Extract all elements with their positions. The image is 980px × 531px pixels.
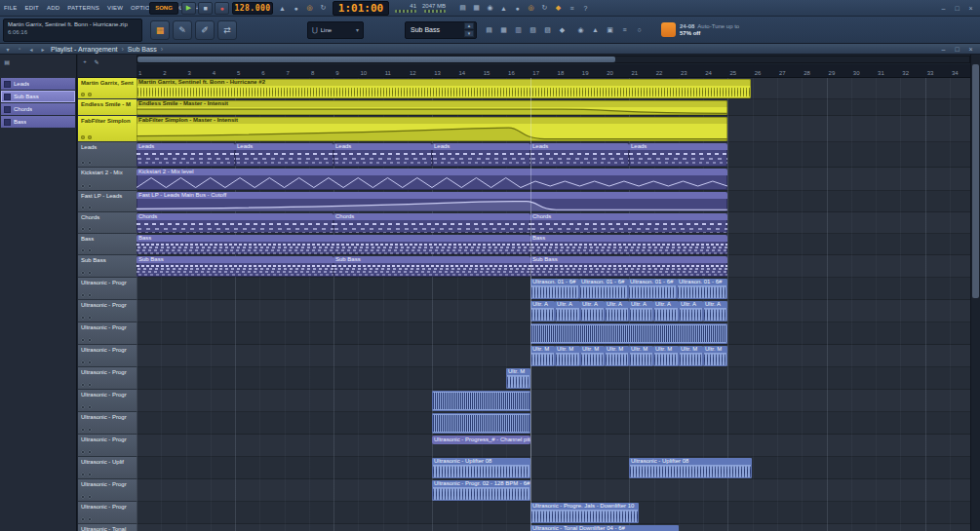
slip-tool-icon[interactable]: ⇄ [217, 20, 237, 40]
paint-tool-icon[interactable]: ✐ [195, 20, 215, 40]
ad-logo-icon[interactable] [661, 22, 676, 37]
ad-banner[interactable]: 24-08Auto-Tune up to 57% off [661, 22, 739, 37]
volume-knob[interactable] [88, 360, 92, 364]
track-header-0[interactable]: Martin Garrix, Sent [78, 78, 137, 99]
playlist-grid[interactable]: Martin Garrix, Sentinel ft. Bonn - Hurri… [137, 78, 970, 531]
playlist-vscrollbar[interactable] [970, 55, 980, 531]
song-mode-toggle[interactable]: SONG [149, 2, 178, 15]
volume-knob[interactable] [88, 405, 92, 409]
hscroll-thumb[interactable] [137, 57, 615, 62]
browser-icon[interactable]: ▨ [541, 23, 554, 36]
pattern-item-chords[interactable]: Chords [1, 103, 75, 115]
overdub-icon[interactable]: ◎ [525, 2, 537, 15]
clip-ultr-a[interactable]: Ultr. A [629, 301, 653, 322]
multitouch-icon[interactable]: ○ [633, 23, 646, 36]
snap-selector[interactable]: ⋃ Line ▾ [307, 21, 364, 39]
clip-ultr-m[interactable]: Ultr. M [506, 368, 530, 389]
track-header-6[interactable]: Chords [78, 212, 137, 234]
pattern-picker-icon[interactable]: ▦ [150, 20, 170, 40]
plugin-picker-icon[interactable]: ◆ [556, 23, 568, 36]
loop-record-icon[interactable]: ↻ [317, 2, 330, 15]
focus-selector[interactable]: Sub Bass ▴ ▾ [405, 21, 477, 39]
clip-ultr-m[interactable]: Ultr. M [629, 346, 653, 366]
pan-knob[interactable] [81, 495, 85, 499]
clip-ultr-m[interactable]: Ultr. M [653, 346, 679, 366]
add-track-icon[interactable]: + [80, 57, 90, 66]
nav-left-icon[interactable]: ◂ [27, 46, 35, 53]
clip-ultr-a[interactable]: Ultr. A [653, 301, 679, 322]
blend-rec-icon[interactable]: ◎ [303, 2, 316, 15]
clip-sub-bass[interactable]: Sub Bass [333, 256, 530, 277]
clip-leads[interactable]: Leads [629, 143, 727, 167]
pan-knob[interactable] [81, 517, 85, 521]
volume-knob[interactable] [88, 450, 92, 454]
track-header-11[interactable]: Ultrasonic - Progr [78, 322, 137, 345]
clip-ultrason-01-6[interactable]: Ultrason. 01 - 6# [677, 279, 727, 299]
clip-ultr-m[interactable]: Ultr. M [580, 346, 605, 366]
clip-fast-lp-leads-main-bus-cutoff[interactable]: Fast LP - Leads Main Bus - Cutoff [137, 192, 727, 211]
clip-audio[interactable] [530, 323, 727, 344]
volume-knob[interactable] [88, 383, 92, 387]
pan-knob[interactable] [81, 428, 85, 432]
clip-leads[interactable]: Leads [235, 143, 333, 167]
clip-ultrasonic-progress-channel-pitch[interactable]: Ultrasonic - Progress_# - Channel pitch [432, 436, 530, 444]
track-header-4[interactable]: Kickstart 2 - Mix [78, 168, 137, 191]
track-header-1[interactable]: Endless Smile - M [78, 99, 137, 116]
clip-chords[interactable]: Chords [333, 213, 530, 233]
detach-icon[interactable]: ▫ [16, 46, 23, 52]
clip-fabfilter-simplon-master-intensit[interactable]: FabFilter Simplon - Master - Intensit [137, 117, 727, 141]
volume-knob[interactable] [88, 495, 92, 499]
pattern-item-sub-bass[interactable]: Sub Bass [1, 91, 75, 102]
clip-ultr-m[interactable]: Ultr. M [605, 346, 629, 366]
wait-for-input-icon[interactable]: ● [290, 2, 302, 15]
clip-ultr-m[interactable]: Ultr. M [703, 346, 727, 366]
pan-knob[interactable] [81, 338, 85, 342]
vscroll-thumb[interactable] [972, 64, 979, 298]
playlist-hscrollbar[interactable] [137, 56, 970, 63]
wait-input-2-icon[interactable]: ● [511, 2, 524, 15]
clip-ultrasonic-progre-jals-downlifter-10[interactable]: Ultrasonic - Progre. Jals - Downlifter 1… [530, 503, 639, 523]
volume-knob[interactable] [88, 248, 92, 252]
clip-sub-bass[interactable]: Sub Bass [530, 256, 727, 277]
pan-knob[interactable] [81, 405, 85, 409]
menu-add[interactable]: ADD [47, 5, 59, 11]
pan-knob[interactable] [81, 473, 85, 476]
clip-ultrasonic-uplifter-08[interactable]: Ultrasonic - Uplifter 08 [432, 458, 530, 478]
typing-piano-icon[interactable]: ▣ [604, 23, 616, 36]
track-header-8[interactable]: Sub Bass [78, 255, 137, 278]
ruler[interactable]: 1234567891011121314151617181920212223242… [137, 64, 970, 78]
time-marker-icon[interactable]: ◆ [552, 2, 565, 15]
volume-knob[interactable] [88, 473, 92, 476]
pan-knob[interactable] [81, 161, 85, 165]
track-header-19[interactable]: Ultrasonic - Progr [78, 502, 137, 524]
track-header-14[interactable]: Ultrasonic - Progr [78, 390, 137, 412]
typing-keyboard-icon[interactable]: ▤ [456, 2, 469, 15]
clip-leads[interactable]: Leads [333, 143, 432, 167]
stepper-down-icon[interactable]: ▾ [464, 30, 474, 37]
clip-chords[interactable]: Chords [137, 213, 333, 233]
draw-tool-icon[interactable]: ✎ [173, 20, 192, 40]
clip-ultrasonic-tonal-downlifter-04-6[interactable]: Ultrasonic - Tonal Downlifter 04 - 6# [530, 525, 679, 531]
pan-knob[interactable] [81, 135, 85, 139]
track-header-20[interactable]: Ultrasonic - Tonal [78, 524, 137, 531]
volume-knob[interactable] [88, 517, 92, 521]
clip-bass[interactable]: Bass [137, 235, 530, 254]
track-header-7[interactable]: Bass [78, 234, 137, 255]
menu-file[interactable]: FILE [4, 5, 17, 11]
pan-knob[interactable] [81, 93, 85, 96]
volume-knob[interactable] [88, 206, 92, 209]
track-header-17[interactable]: Ultrasonic - Uplif [78, 457, 137, 479]
clip-leads[interactable]: Leads [432, 143, 530, 167]
clip-ultrasonic-uplifter-08[interactable]: Ultrasonic - Uplifter 08 [629, 458, 752, 478]
pan-knob[interactable] [81, 316, 85, 320]
track-header-3[interactable]: Leads [78, 142, 137, 168]
nav-right-icon[interactable]: ▸ [39, 46, 47, 53]
clip-ultr-a[interactable]: Ultr. A [530, 301, 555, 322]
track-header-18[interactable]: Ultrasonic - Progr [78, 479, 137, 502]
clip-ultrason-01-6[interactable]: Ultrason. 01 - 6# [628, 279, 677, 299]
touch-icon[interactable]: ◉ [484, 2, 496, 15]
playlist-menu-icon[interactable]: ▾ [4, 46, 12, 53]
menu-view[interactable]: VIEW [107, 5, 123, 11]
clip-leads[interactable]: Leads [137, 143, 235, 167]
volume-knob[interactable] [88, 227, 92, 231]
